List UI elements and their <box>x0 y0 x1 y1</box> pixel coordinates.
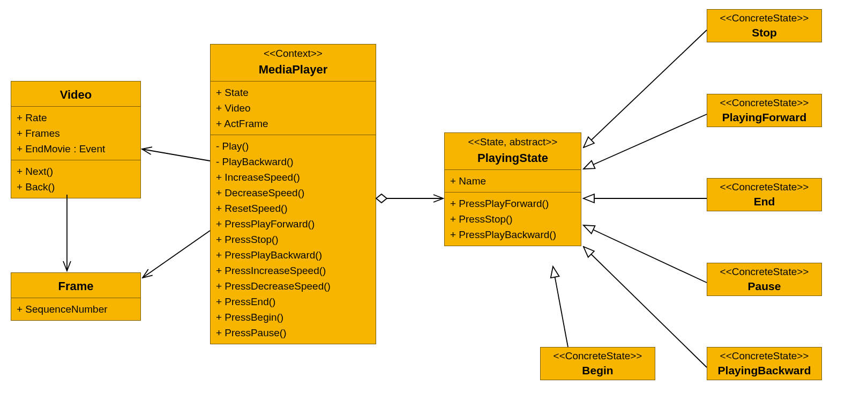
attr: + Rate <box>17 110 135 125</box>
gen-playingforward <box>583 114 707 169</box>
aggr-mediaplayer-playingstate <box>376 194 443 203</box>
attr: + Name <box>450 173 575 189</box>
class-video: Video + Rate + Frames + EndMovie : Event… <box>11 81 141 198</box>
op: - PlayBackward() <box>216 154 370 169</box>
class-playingstate: <<State, abstract>> PlayingState + Name … <box>444 132 581 246</box>
class-name: MediaPlayer <box>216 63 370 77</box>
class-name: PlayingState <box>450 151 575 165</box>
op: + PressDecreaseSpeed() <box>216 278 370 294</box>
class-frame: Frame + SequenceNumber <box>11 272 141 321</box>
op: + PressPause() <box>216 325 370 341</box>
attr: + SequenceNumber <box>17 301 135 317</box>
class-mediaplayer: <<Context>> MediaPlayer + State + Video … <box>210 44 376 344</box>
assoc-mediaplayer-frame <box>143 231 210 278</box>
class-operations: - Play() - PlayBackward() + IncreaseSpee… <box>211 135 376 344</box>
class-playingbackward: <<ConcreteState>> PlayingBackward <box>707 347 822 380</box>
class-stereotype: <<ConcreteState>> <box>712 350 817 362</box>
class-stereotype: <<ConcreteState>> <box>545 350 650 362</box>
class-begin: <<ConcreteState>> Begin <box>540 347 655 380</box>
class-name: PlayingForward <box>712 111 817 124</box>
op: + PressBegin() <box>216 309 370 325</box>
op: + PressPlayForward() <box>216 216 370 232</box>
class-attributes: + Name <box>445 170 581 193</box>
op: + ResetSpeed() <box>216 201 370 216</box>
attr: + EndMovie : Event <box>17 141 135 157</box>
op: + IncreaseSpeed() <box>216 169 370 185</box>
class-stereotype: <<ConcreteState>> <box>712 97 817 109</box>
class-name: Frame <box>17 279 135 293</box>
op: + Next() <box>17 164 135 179</box>
op: + PressEnd() <box>216 294 370 309</box>
class-stereotype: <<State, abstract>> <box>450 136 575 148</box>
uml-class-diagram: Video + Rate + Frames + EndMovie : Event… <box>0 0 868 414</box>
class-stop: <<ConcreteState>> Stop <box>707 9 822 42</box>
class-name: Begin <box>545 364 650 377</box>
class-name: Pause <box>712 280 817 293</box>
class-attributes: + Rate + Frames + EndMovie : Event <box>11 107 140 160</box>
op: + PressPlayBackward() <box>450 227 575 242</box>
op: + PressPlayBackward() <box>216 247 370 263</box>
class-attributes: + State + Video + ActFrame <box>211 82 376 135</box>
gen-stop <box>583 30 707 147</box>
class-name: Stop <box>712 26 817 39</box>
gen-pause <box>583 225 707 283</box>
class-operations: + Next() + Back() <box>11 160 140 198</box>
class-playingforward: <<ConcreteState>> PlayingForward <box>707 94 822 127</box>
op: + DecreaseSpeed() <box>216 185 370 201</box>
op: + PressStop() <box>450 211 575 227</box>
attr: + Video <box>216 100 370 116</box>
class-stereotype: <<Context>> <box>216 48 370 60</box>
class-name: End <box>712 195 817 208</box>
class-stereotype: <<ConcreteState>> <box>712 12 817 24</box>
class-name: Video <box>17 88 135 102</box>
class-attributes: + SequenceNumber <box>11 298 140 320</box>
op: + PressStop() <box>216 232 370 247</box>
op: + PressPlayForward() <box>450 196 575 211</box>
op: + PressIncreaseSpeed() <box>216 263 370 278</box>
class-stereotype: <<ConcreteState>> <box>712 181 817 193</box>
class-pause: <<ConcreteState>> Pause <box>707 263 822 296</box>
gen-begin <box>553 267 568 347</box>
class-operations: + PressPlayForward() + PressStop() + Pre… <box>445 193 581 246</box>
op: + Back() <box>17 179 135 195</box>
class-stereotype: <<ConcreteState>> <box>712 266 817 278</box>
attr: + Frames <box>17 125 135 141</box>
attr: + ActFrame <box>216 116 370 131</box>
op: - Play() <box>216 138 370 154</box>
attr: + State <box>216 85 370 100</box>
class-name: PlayingBackward <box>712 364 817 377</box>
assoc-mediaplayer-video <box>142 149 210 161</box>
class-end: <<ConcreteState>> End <box>707 178 822 211</box>
